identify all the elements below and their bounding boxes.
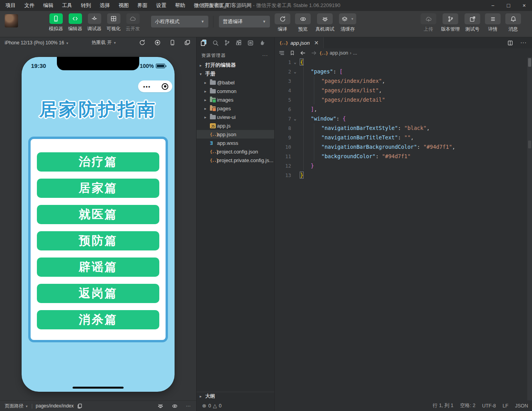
eye-icon[interactable] [171,403,178,409]
preview-button[interactable]: 预览 [295,13,311,33]
breadcrumb-more[interactable]: ... [353,50,357,56]
menu-item-5[interactable]: 选择 [100,2,110,9]
code-line-8[interactable]: 8"navigationBarTextStyle": "black", [275,123,527,133]
tree-item-folder-common[interactable]: ▸common [197,87,274,95]
more-icon[interactable]: ··· [520,39,527,46]
arrow-right-icon[interactable] [311,50,317,56]
simulator-button[interactable]: 模拟器 [46,13,66,32]
user-avatar[interactable] [5,14,18,27]
fold-chevron-icon[interactable]: ⌄ [291,69,299,74]
bookmark-icon[interactable] [290,50,295,56]
close-button[interactable]: × [516,0,532,11]
source-control-icon[interactable] [224,40,230,46]
tree-item-file-app-js[interactable]: JSapp.js [197,121,274,130]
remote-debug-button[interactable]: 真机调试 [315,13,334,33]
tree-item-file-project-private-config[interactable]: {..}project.private.config.js... [197,156,274,164]
code-line-9[interactable]: 9"navigationBarTitleText": "", [275,133,527,142]
code-line-13[interactable]: 13} [275,170,527,180]
files-icon[interactable] [200,39,207,46]
tree-item-project-root[interactable]: ▾手册 [197,69,274,78]
copy-icon[interactable] [77,403,82,409]
tree-item-file-app-json[interactable]: {..}app.json [197,130,274,139]
menu-item-8[interactable]: 设置 [156,2,166,9]
page-path-label[interactable]: 页面路径▼ [5,403,28,409]
details-button[interactable]: 详情 [485,13,501,33]
visualization-button[interactable]: 可视化 [104,13,123,32]
search-icon[interactable] [212,40,219,46]
close-icon[interactable]: ✕ [314,40,319,46]
phone-frame-icon[interactable] [169,39,175,46]
split-editor-icon[interactable] [507,40,513,46]
menu-item-4[interactable]: 转到 [81,2,91,9]
code-line-7[interactable]: 7⌄"window": { [275,114,527,123]
nav-button-0[interactable]: 治疗篇 [37,152,159,172]
tree-item-folder-uview-ui[interactable]: ▸uview-ui [197,113,274,121]
test-account-button[interactable]: 测试号 [465,13,480,33]
problems-bar[interactable]: ⊗0 △0 [197,400,274,411]
more-icon[interactable]: ··· [186,403,191,409]
more-dots-icon[interactable]: ••• [143,84,151,89]
tree-item-file-app-wxss[interactable]: Eapp.wxss [197,139,274,147]
nav-button-1[interactable]: 居家篇 [37,179,159,198]
minimize-button[interactable]: − [485,0,501,11]
nav-button-6[interactable]: 消杀篇 [37,310,159,329]
messages-button[interactable]: 消息 [505,13,521,33]
code-editor[interactable]: 1⌄{2⌄"pages": [3"pages/index/index",4"pa… [275,57,527,400]
device-selector[interactable]: iPhone 12/13 (Pro) 100% 16▼ [5,40,69,46]
code-line-11[interactable]: 11"backgroundColor": "#94d7f1" [275,152,527,161]
bug-icon[interactable] [157,403,164,409]
nav-button-5[interactable]: 返岗篇 [37,284,159,303]
code-line-3[interactable]: 3"pages/index/index", [275,76,527,86]
npm-box-icon[interactable] [247,40,254,46]
code-line-5[interactable]: 5"pages/index/detail" [275,95,527,104]
status-language[interactable]: JSON [515,403,528,409]
menu-item-9[interactable]: 帮助 [175,2,185,9]
more-icon[interactable]: ··· [262,53,268,58]
status-encoding[interactable]: UTF-8 [482,403,496,409]
code-line-6[interactable]: 6], [275,104,527,114]
compile-button[interactable]: 编译 [275,13,290,33]
record-icon[interactable] [154,39,161,46]
outline-icon[interactable] [279,50,285,56]
code-line-4[interactable]: 4"pages/index/list", [275,86,527,95]
tab-app-json[interactable]: {..} app.json ✕ [275,37,324,48]
menu-item-1[interactable]: 文件 [24,2,35,9]
teapot-icon[interactable] [259,40,266,46]
tree-item-folder-babel[interactable]: ▸@babel [197,78,274,87]
status-eol[interactable]: LF [503,403,508,409]
rotate-icon[interactable] [139,39,146,46]
nav-button-3[interactable]: 预防篇 [37,231,159,250]
extensions-icon[interactable] [235,40,242,46]
code-line-10[interactable]: 10"navigationBarBackgroundColor": "#94d7… [275,142,527,152]
tree-item-open-editors[interactable]: ▸打开的编辑器 [197,61,274,69]
editor-button[interactable]: 编辑器 [66,13,85,32]
compile-select[interactable]: 普通编译▼ [219,16,270,27]
code-line-2[interactable]: 2⌄"pages": [ [275,67,527,76]
fold-chevron-icon[interactable]: ⌄ [291,116,299,121]
tree-item-file-project-config-json[interactable]: {..}project.config.json [197,147,274,156]
hot-reload-toggle[interactable]: 热重载 开▼ [91,39,116,46]
mode-select[interactable]: 小程序模式▼ [151,16,208,27]
fold-chevron-icon[interactable]: ⌄ [291,60,299,65]
nav-button-4[interactable]: 辟谣篇 [37,258,159,277]
menu-item-6[interactable]: 视图 [118,2,129,9]
cloud-dev-button[interactable]: 云开发 [123,13,142,32]
arrow-left-icon[interactable] [300,50,306,56]
menu-item-2[interactable]: 编辑 [43,2,53,9]
tree-item-folder-pages[interactable]: ▸pages [197,104,274,113]
tree-item-folder-images[interactable]: ▸images [197,95,274,104]
menu-item-0[interactable]: 项目 [5,2,16,9]
debugger-button[interactable]: 调试器 [85,13,104,32]
capsule-target-icon[interactable] [162,83,168,90]
editor-scrollbar[interactable] [527,57,532,400]
multi-window-icon[interactable] [184,39,191,46]
menu-item-7[interactable]: 界面 [137,2,148,9]
maximize-button[interactable]: □ [501,0,516,11]
outline-section[interactable]: ▸大纲 [197,392,274,400]
code-line-12[interactable]: 12} [275,161,527,170]
clear-cache-button[interactable]: ▼清缓存 [339,13,356,33]
menu-item-3[interactable]: 工具 [62,2,72,9]
nav-button-2[interactable]: 就医篇 [37,205,159,224]
version-control-button[interactable]: 版本管理 [441,13,460,33]
code-line-1[interactable]: 1⌄{ [275,57,527,67]
